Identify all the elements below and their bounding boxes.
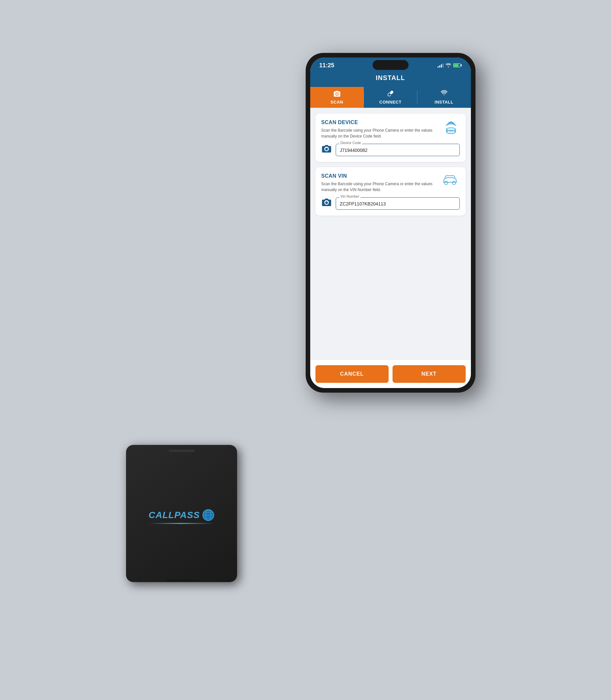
status-time: 11:25 bbox=[319, 62, 334, 69]
device-stack-icon bbox=[442, 120, 460, 137]
phone-screen: 11:25 bbox=[310, 58, 471, 388]
phone-content: SCAN DEVICE Scan the Barcode using your … bbox=[310, 108, 471, 360]
scan-vin-title-section: SCAN VIN Scan the Barcode using your Pho… bbox=[321, 173, 436, 193]
scene: CALLPASS bbox=[126, 40, 485, 660]
next-button[interactable]: NEXT bbox=[392, 365, 466, 383]
scan-device-desc: Scan the Barcode using your Phone Camera… bbox=[321, 128, 438, 139]
scan-device-title-section: SCAN DEVICE Scan the Barcode using your … bbox=[321, 120, 438, 139]
svg-point-15 bbox=[325, 202, 328, 204]
status-icons bbox=[437, 63, 462, 68]
tab-bar: SCAN CONNECT bbox=[310, 87, 471, 108]
svg-point-13 bbox=[445, 181, 448, 184]
vin-input-row: Vin Number ZC2FP1107KB204113 bbox=[321, 197, 460, 210]
phone-footer: CANCEL NEXT bbox=[310, 360, 471, 388]
obd-device: CALLPASS bbox=[126, 445, 250, 602]
svg-point-6 bbox=[444, 94, 445, 95]
device-code-input[interactable]: Device Code J7194400082 bbox=[336, 144, 460, 156]
scan-vin-desc: Scan the Barcode using your Phone Camera… bbox=[321, 181, 436, 193]
vin-icon-area bbox=[440, 173, 460, 188]
cancel-button[interactable]: CANCEL bbox=[315, 365, 389, 383]
device-icon-area bbox=[442, 120, 460, 138]
device-code-row: Device Code J7194400082 bbox=[321, 144, 460, 156]
phone: 11:25 bbox=[306, 53, 476, 393]
scan-device-header: SCAN DEVICE Scan the Barcode using your … bbox=[321, 120, 460, 139]
tab-connect-label: CONNECT bbox=[379, 100, 402, 105]
tab-scan-label: SCAN bbox=[330, 100, 343, 105]
signal-tab-icon bbox=[440, 90, 448, 98]
signal-icon bbox=[437, 63, 444, 68]
page-title: INSTALL bbox=[376, 74, 405, 81]
vin-camera-button[interactable] bbox=[321, 198, 332, 209]
scan-vin-header: SCAN VIN Scan the Barcode using your Pho… bbox=[321, 173, 460, 193]
obd-body: CALLPASS bbox=[126, 445, 237, 582]
tab-connect[interactable]: CONNECT bbox=[364, 87, 417, 108]
device-code-value: J7194400082 bbox=[340, 148, 368, 153]
camera-icon bbox=[333, 90, 341, 98]
svg-point-14 bbox=[452, 181, 456, 184]
tab-scan[interactable]: SCAN bbox=[310, 87, 364, 108]
wifi-icon bbox=[445, 63, 451, 68]
vin-number-value: ZC2FP1107KB204113 bbox=[340, 201, 386, 206]
battery-icon bbox=[453, 63, 462, 67]
scan-vin-title: SCAN VIN bbox=[321, 173, 436, 179]
vin-number-input[interactable]: Vin Number ZC2FP1107KB204113 bbox=[336, 197, 460, 210]
phone-header: INSTALL bbox=[310, 71, 471, 87]
brand-text: CALLPASS bbox=[149, 510, 200, 520]
dynamic-island bbox=[373, 60, 408, 70]
svg-point-5 bbox=[336, 93, 338, 95]
obd-connector bbox=[165, 579, 198, 582]
obd-logo: CALLPASS bbox=[149, 509, 214, 524]
device-camera-button[interactable] bbox=[321, 144, 332, 155]
link-icon bbox=[387, 90, 394, 98]
scan-device-card: SCAN DEVICE Scan the Barcode using your … bbox=[315, 114, 466, 162]
tab-install-label: INSTALL bbox=[435, 100, 453, 105]
scan-device-title: SCAN DEVICE bbox=[321, 120, 438, 125]
scan-vin-card: SCAN VIN Scan the Barcode using your Pho… bbox=[315, 167, 466, 215]
svg-point-12 bbox=[325, 148, 328, 151]
vin-number-label: Vin Number bbox=[339, 194, 361, 198]
device-code-label: Device Code bbox=[339, 141, 362, 145]
tab-install[interactable]: INSTALL bbox=[417, 87, 471, 108]
car-icon bbox=[440, 173, 460, 186]
globe-icon bbox=[203, 509, 214, 521]
